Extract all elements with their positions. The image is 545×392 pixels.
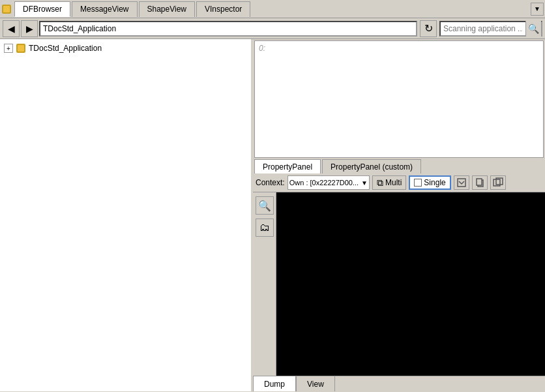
back-button[interactable]: ◀	[3, 20, 20, 37]
tab-view[interactable]: View	[296, 376, 335, 391]
tab-propertypanel-custom[interactable]: PropertyPanel (custom)	[322, 159, 421, 173]
context-value: Own : [0x22227D00...	[289, 179, 359, 187]
tab-vinspector[interactable]: VInspector	[196, 1, 250, 17]
search-sidebar-icon: 🔍	[258, 200, 271, 212]
context-label: Context:	[256, 178, 285, 187]
cylinder-sidebar-button[interactable]: 🗂	[256, 219, 274, 237]
search-button[interactable]: 🔍	[525, 21, 541, 37]
tab-dump[interactable]: Dump	[253, 376, 296, 391]
tree-app-icon	[16, 43, 26, 53]
svg-rect-3	[18, 45, 24, 52]
app-tab-icon	[1, 4, 12, 14]
bottom-tabs: Dump View	[253, 376, 545, 391]
toolbar: ◀ ▶ TDocStd_Application ↻ 🔍	[0, 18, 545, 39]
context-action-btn2[interactable]	[472, 175, 488, 190]
svg-rect-1	[3, 6, 10, 12]
context-action-btn3[interactable]	[490, 175, 506, 190]
single-checkbox	[414, 179, 422, 187]
tree-panel: + TDocStd_Application	[0, 39, 253, 391]
tree-root-label: TDocStd_Application	[29, 44, 102, 53]
tab-overflow-button[interactable]: ▼	[531, 3, 544, 16]
context-action-btn1[interactable]	[454, 175, 469, 190]
context-select[interactable]: Own : [0x22227D00... ▼	[287, 175, 370, 190]
tab-messageview[interactable]: MessageView	[72, 1, 137, 17]
property-text: 0:	[255, 41, 543, 55]
refresh-icon: ↻	[424, 22, 433, 35]
tab-dfbrowser[interactable]: DFBrowser	[14, 1, 70, 17]
svg-rect-5	[477, 179, 482, 185]
back-arrow-icon: ◀	[8, 23, 15, 34]
search-sidebar-button[interactable]: 🔍	[256, 196, 274, 215]
svg-rect-4	[458, 179, 465, 187]
property-area: 0:	[254, 40, 544, 158]
multi-button[interactable]: ⧉ Multi	[372, 175, 406, 190]
address-text: TDocStd_Application	[43, 24, 116, 33]
tab-bar: DFBrowser MessageView ShapeView VInspect…	[0, 0, 545, 18]
single-label: Single	[424, 178, 445, 187]
forward-arrow-icon: ▶	[26, 23, 33, 34]
refresh-button[interactable]: ↻	[420, 20, 437, 37]
search-input[interactable]	[441, 22, 525, 35]
black-display-area	[276, 192, 545, 376]
search-container: 🔍	[439, 21, 542, 37]
tab-shapeview[interactable]: ShapeView	[139, 1, 196, 17]
context-dropdown-icon: ▼	[361, 179, 368, 187]
tab-propertypanel[interactable]: PropertyPanel	[254, 159, 321, 173]
main-content: + TDocStd_Application 0: PropertyPanel P…	[0, 39, 545, 391]
icon-sidebar: 🔍 🗂	[253, 192, 276, 376]
search-icon: 🔍	[528, 23, 539, 34]
tree-root-item[interactable]: + TDocStd_Application	[3, 42, 248, 55]
multi-icon: ⧉	[377, 177, 383, 188]
property-tabs: PropertyPanel PropertyPanel (custom)	[253, 158, 545, 173]
context-row: Context: Own : [0x22227D00... ▼ ⧉ Multi …	[253, 173, 545, 192]
right-panel: 0: PropertyPanel PropertyPanel (custom) …	[253, 39, 545, 391]
multi-label: Multi	[385, 178, 402, 187]
cylinder-sidebar-icon: 🗂	[259, 222, 270, 234]
address-bar[interactable]: TDocStd_Application	[39, 21, 417, 37]
lower-right: 🔍 🗂	[253, 192, 545, 376]
single-button[interactable]: Single	[409, 175, 450, 190]
tree-expand-button[interactable]: +	[4, 44, 13, 53]
forward-button[interactable]: ▶	[21, 20, 38, 37]
